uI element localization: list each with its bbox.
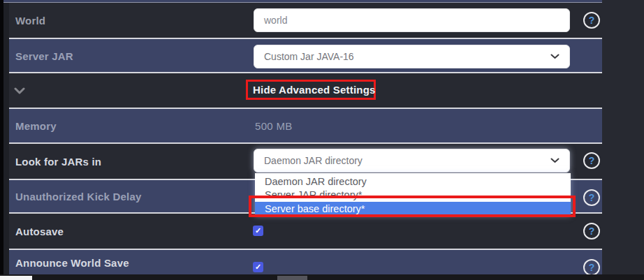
world-input-value: world xyxy=(264,15,287,26)
announce-world-save-checkbox[interactable]: ✓ xyxy=(253,262,263,272)
left-shadow-strip xyxy=(3,0,9,280)
server-settings-panel: World world ? Server JAR Custom Jar JAVA… xyxy=(0,0,644,280)
row-announce-world-save: Announce World Save ✓ ? xyxy=(9,249,602,274)
world-label: World xyxy=(15,15,45,27)
row-memory: Memory 500 MB xyxy=(9,108,602,144)
help-icon[interactable]: ? xyxy=(583,152,600,169)
server-jar-select-value: Custom Jar JAVA-16 xyxy=(264,51,354,62)
row-server-jar: Server JAR Custom Jar JAVA-16 xyxy=(9,38,602,73)
help-icon[interactable]: ? xyxy=(583,189,600,206)
question-mark-icon: ? xyxy=(589,155,595,166)
look-for-jars-label: Look for JARs in xyxy=(15,156,101,168)
checkmark-icon: ✓ xyxy=(255,263,261,271)
row-world: World world ? xyxy=(9,3,602,38)
world-input[interactable]: world xyxy=(254,8,570,32)
dropdown-option-server-jar-directory[interactable]: Server JAR directory* xyxy=(255,188,571,202)
hide-advanced-settings-toggle[interactable]: Hide Advanced Settings xyxy=(253,84,376,96)
annotation-red-box-toggle: Hide Advanced Settings xyxy=(246,80,376,100)
dropdown-option-daemon-jar-directory[interactable]: Daemon JAR directory xyxy=(255,173,571,188)
question-mark-icon: ? xyxy=(589,15,595,26)
autosave-label: Autosave xyxy=(15,226,64,237)
help-icon[interactable]: ? xyxy=(583,12,600,29)
checkmark-icon: ✓ xyxy=(255,227,261,235)
server-jar-select[interactable]: Custom Jar JAVA-16 xyxy=(254,45,570,68)
question-mark-icon: ? xyxy=(589,226,595,237)
look-for-jars-select-value: Daemon JAR directory xyxy=(264,155,363,166)
question-mark-icon: ? xyxy=(589,192,595,203)
chevron-down-icon xyxy=(550,158,559,163)
row-autosave: Autosave ✓ ? xyxy=(9,214,602,249)
row-advanced-toggle: Hide Advanced Settings xyxy=(9,73,602,108)
announce-world-save-label: Announce World Save xyxy=(15,256,129,268)
help-icon[interactable]: ? xyxy=(583,259,600,276)
memory-label: Memory xyxy=(15,120,57,132)
autosave-checkbox[interactable]: ✓ xyxy=(253,226,263,236)
collapse-chevron-down-icon[interactable] xyxy=(14,87,25,94)
look-for-jars-dropdown-list: Daemon JAR directory Server JAR director… xyxy=(255,173,571,216)
chevron-down-icon xyxy=(550,54,559,59)
memory-value: 500 MB xyxy=(255,120,293,132)
server-jar-label: Server JAR xyxy=(15,50,73,61)
bottom-left-white-chip xyxy=(0,276,32,280)
question-mark-icon: ? xyxy=(589,262,595,273)
unauthorized-kick-delay-label: Unauthorized Kick Delay xyxy=(15,191,141,202)
bottom-scrollbar-strip xyxy=(0,274,644,280)
help-icon[interactable]: ? xyxy=(583,223,600,240)
horizontal-scrollbar-thumb[interactable] xyxy=(277,276,307,280)
settings-table: World world ? Server JAR Custom Jar JAVA… xyxy=(9,0,602,274)
dropdown-option-server-base-directory[interactable]: Server base directory* xyxy=(255,202,571,216)
look-for-jars-select[interactable]: Daemon JAR directory xyxy=(254,149,570,172)
